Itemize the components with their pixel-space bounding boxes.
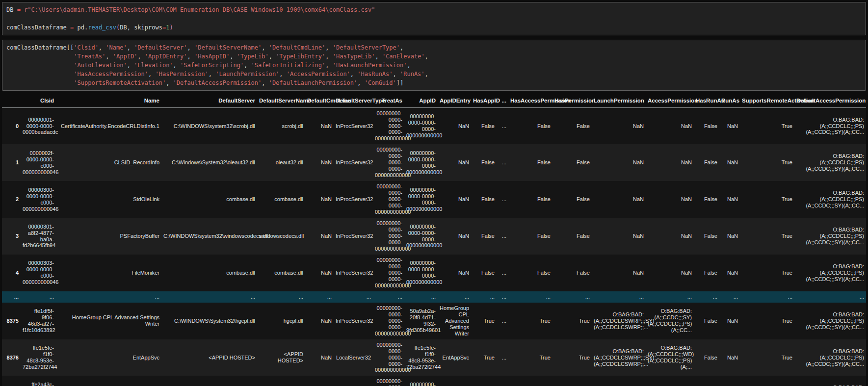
table-cell: PhotoViewer.dll (257, 376, 305, 386)
code-token: 'ComGuid' (365, 79, 396, 86)
row-index: 8376 (2, 339, 21, 376)
code-token: 'DefaultServer' (134, 44, 187, 51)
table-cell: ... (257, 291, 305, 303)
code-token: ) (169, 24, 173, 31)
table-cell: NaN (438, 144, 471, 181)
column-header: HasRunAs (694, 95, 719, 107)
column-header: HasAppID (471, 95, 497, 107)
code-line: comClassDataframe[['Clsid', 'Name', 'Def… (6, 43, 862, 52)
table-cell: True (552, 339, 592, 376)
table-row[interactable]: 8377ffe2a43c- 56b9-4bf5- 9a79- cc6d42856… (2, 376, 866, 386)
code-line: 'AutoElevation', 'Elevation', 'SafeForSc… (6, 61, 862, 70)
code-token: comClassDataframe (6, 24, 67, 31)
table-cell: NaN (438, 218, 471, 255)
code-line: 'SupportsRemoteActivation', 'DefaultAcce… (6, 78, 862, 87)
table-cell: ... (161, 291, 257, 303)
row-index: 0 (2, 107, 21, 144)
table-cell: True (508, 303, 552, 339)
table-cell: False (508, 255, 552, 291)
table-cell: NaN (646, 255, 694, 291)
code-token: , (244, 62, 251, 69)
table-cell: True (740, 303, 794, 339)
table-cell: ... (334, 291, 373, 303)
table-cell: False (694, 218, 719, 255)
table-cell: NaN (305, 144, 334, 181)
table-cell: NaN (719, 107, 740, 144)
table-cell: False (694, 144, 719, 181)
table-cell: O:BAG:BAD: (A;;CCDCLC;;;PS) (A;;CCDC;;;S… (794, 303, 866, 339)
table-cell: Windows Photo Viewer Image Verbs (56, 376, 161, 386)
table-cell: oleaut32.dll (257, 144, 305, 181)
table-row[interactable]: 300000301- a8f2-4877- ba0a- fd2b6645fb94… (2, 218, 866, 255)
code-token: 'HasRunAs' (357, 71, 393, 77)
code-token: 'DefaultLaunchPermission' (269, 79, 358, 86)
table-cell: False (694, 339, 719, 376)
code-token: 'AccessPermission' (287, 71, 350, 77)
code-line: 'HasAccessPermission', 'HasPermission', … (6, 70, 862, 78)
table-cell: True (740, 255, 794, 291)
table-cell: ... (373, 291, 404, 303)
table-cell: C:\WINDOWS\System32\hgcpl.dll (161, 303, 257, 339)
table-cell: O:BAG:BAD: (A;;CCDCLCSWRP;;;SY) (A;;CCDC… (592, 303, 646, 339)
table-cell: False (471, 107, 497, 144)
code-token: pd. (78, 24, 88, 31)
code-token: 'Clsid' (74, 44, 99, 51)
table-cell: False (471, 218, 497, 255)
table-row[interactable]: 10000002f- 0000-0000- c000- 000000000046… (2, 144, 866, 181)
code-token: read_csv (88, 24, 116, 31)
table-row[interactable]: 8375ffe1df5f-9f06- 46d3-af27- f1fc10d638… (2, 303, 866, 339)
row-index: ... (2, 291, 21, 303)
table-cell: False (552, 255, 592, 291)
table-cell: ... (497, 339, 508, 376)
table-cell: O:BAG:BAD: (A;;CCDC;;;SY) (A;;CCDCLC;;;P… (646, 303, 694, 339)
table-row[interactable]: 400000303- 0000-0000- c000- 000000000046… (2, 255, 866, 291)
table-cell: 00000000- 0000-0000- 0000- 000000000000 (373, 303, 404, 339)
code-line: comClassDataframe = pd.read_csv(DB, skip… (6, 23, 862, 32)
table-cell: False (694, 376, 719, 386)
column-header: DefaultCmdLine (305, 95, 334, 107)
code-token: , (279, 71, 286, 77)
table-cell: True (508, 339, 552, 376)
table-cell: NaN (305, 181, 334, 218)
table-cell: ... (497, 107, 508, 144)
code-token: , (375, 53, 382, 60)
table-cell: ffe2a43c- 56b9-4bf5- 9a79- cc6d4285608a (21, 376, 56, 386)
code-cell-column-select[interactable]: comClassDataframe[['Clsid', 'Name', 'Def… (2, 40, 866, 91)
table-cell: O:BAG:BAD: (A;;CCDCLCSWRP;;;SY) (A;;CCDC… (592, 339, 646, 376)
table-row[interactable]: 200000300- 0000-0000- c000- 000000000046… (2, 181, 866, 218)
table-cell: True (552, 303, 592, 339)
code-token: 'HasAccessPermission' (74, 71, 148, 77)
code-token: , (407, 62, 410, 69)
table-cell: C:\Program Files\Windows Photo Viewer\Ph… (161, 376, 257, 386)
column-header: DefaultServerType (334, 95, 373, 107)
table-cell: NaN (646, 218, 694, 255)
table-row-ellipsis[interactable]: ........................................… (2, 291, 866, 303)
code-token: , (127, 62, 134, 69)
table-cell: ... (508, 291, 552, 303)
table-cell: ... (404, 291, 438, 303)
table-cell: True (471, 303, 497, 339)
table-cell: NaN (646, 376, 694, 386)
code-token (6, 62, 74, 69)
column-header: RunAs (719, 95, 740, 107)
table-cell: <APPID HOSTED> (257, 339, 305, 376)
code-token: 'Name' (105, 44, 127, 51)
table-cell: HomeGroup CPL Advanced Settings Writer (438, 303, 471, 339)
table-cell: ... (438, 291, 471, 303)
table-cell: O:BAG:BAD: (A;;CCDCLC;;;PS) (A;;CCDC;;;S… (794, 339, 866, 376)
code-token: , (262, 79, 268, 86)
table-cell: True (740, 376, 794, 386)
table-row[interactable]: 000000001- 0000-0000- 0000beadacdcCertif… (2, 107, 866, 144)
code-token (6, 71, 74, 77)
table-cell: True (740, 181, 794, 218)
code-cell-read-csv[interactable]: DB = r"C:\Users\dadmin.THEMASTER\Desktop… (2, 2, 866, 35)
code-token: 'LaunchPermission' (215, 71, 279, 77)
code-token: 'DefaultAccessPermission' (173, 79, 262, 86)
code-token: [[ (67, 44, 74, 51)
column-header: HasPermission (552, 95, 592, 107)
table-cell: True (740, 107, 794, 144)
code-token: 'HasTypeLib' (333, 53, 375, 60)
table-row[interactable]: 8376ffe1e5fe-f1f0- 48c8-953e- 72ba272f27… (2, 339, 866, 376)
code-token: , (393, 71, 400, 77)
table-cell: ... (21, 291, 56, 303)
